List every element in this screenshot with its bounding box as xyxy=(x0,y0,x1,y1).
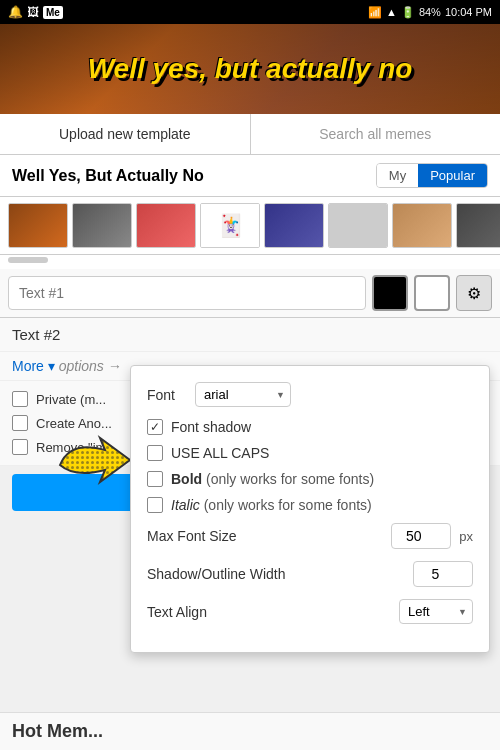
tab-popular[interactable]: Popular xyxy=(418,164,487,187)
footer-section: Hot Mem... xyxy=(0,712,500,750)
thumbnail-3[interactable] xyxy=(136,203,196,248)
shadow-width-input[interactable] xyxy=(413,561,473,587)
color-picker-black[interactable] xyxy=(372,275,408,311)
status-right-icons: 📶 ▲ 🔋 84% 10:04 PM xyxy=(368,6,492,19)
bold-label: Bold (only works for some fonts) xyxy=(171,471,374,487)
all-caps-row: USE ALL CAPS xyxy=(147,445,473,461)
status-left-icons: 🔔 🖼 Me xyxy=(8,5,63,19)
italic-checkbox[interactable] xyxy=(147,497,163,513)
more-options-link[interactable]: More ▾ options → xyxy=(12,358,122,374)
max-font-size-label: Max Font Size xyxy=(147,528,383,544)
checkmark-icon: ✓ xyxy=(150,420,160,434)
bold-row: Bold (only works for some fonts) xyxy=(147,471,473,487)
hero-banner: Well yes, but actually no xyxy=(0,24,500,114)
all-caps-label: USE ALL CAPS xyxy=(171,445,269,461)
font-row: Font arial impact comic sans xyxy=(147,382,473,407)
title-bar: Well Yes, But Actually No My Popular xyxy=(0,155,500,197)
settings-gear-button[interactable]: ⚙ xyxy=(456,275,492,311)
signal-icon: 📶 xyxy=(368,6,382,19)
thumbnail-4[interactable]: 🃏 xyxy=(200,203,260,248)
option-anon-label: Create Ano... xyxy=(36,416,112,431)
italic-row: Italic (only works for some fonts) xyxy=(147,497,473,513)
time-display: 10:04 PM xyxy=(445,6,492,18)
search-memes-button[interactable]: Search all memes xyxy=(251,114,501,154)
arrow-decoration xyxy=(50,430,140,500)
option-remove-checkbox[interactable] xyxy=(12,439,28,455)
hero-text: Well yes, but actually no xyxy=(88,53,413,85)
battery-icon: 🔋 xyxy=(401,6,415,19)
shadow-width-label: Shadow/Outline Width xyxy=(147,566,405,582)
font-select-wrapper: arial impact comic sans xyxy=(195,382,291,407)
color-picker-white[interactable] xyxy=(414,275,450,311)
photo-icon: 🖼 xyxy=(27,5,39,19)
thumbnails-row[interactable]: 🃏 xyxy=(0,197,500,255)
font-select[interactable]: arial impact comic sans xyxy=(195,382,291,407)
thumbnail-6[interactable] xyxy=(328,203,388,248)
shadow-width-row: Shadow/Outline Width xyxy=(147,561,473,587)
max-font-size-unit: px xyxy=(459,529,473,544)
upload-template-button[interactable]: Upload new template xyxy=(0,114,251,154)
battery-percent: 84% xyxy=(419,6,441,18)
font-shadow-label: Font shadow xyxy=(171,419,251,435)
hot-memes-label: Hot Mem... xyxy=(12,721,103,741)
text-align-select[interactable]: Left Center Right xyxy=(399,599,473,624)
font-label: Font xyxy=(147,387,187,403)
thumbnail-7[interactable] xyxy=(392,203,452,248)
font-settings-panel: Font arial impact comic sans ✓ Font shad… xyxy=(130,365,490,653)
thumbnail-2[interactable] xyxy=(72,203,132,248)
text-align-label: Text Align xyxy=(147,604,391,620)
max-font-size-row: Max Font Size px xyxy=(147,523,473,549)
status-bar: 🔔 🖼 Me 📶 ▲ 🔋 84% 10:04 PM xyxy=(0,0,500,24)
toolbar: Upload new template Search all memes xyxy=(0,114,500,155)
thumbnail-5[interactable] xyxy=(264,203,324,248)
text-input-1-row: ⚙ xyxy=(8,275,492,311)
tab-group: My Popular xyxy=(376,163,488,188)
notification-icon: 🔔 xyxy=(8,5,23,19)
thumbnail-8[interactable] xyxy=(456,203,500,248)
tab-my[interactable]: My xyxy=(377,164,418,187)
text-align-row: Text Align Left Center Right xyxy=(147,599,473,624)
option-private-label: Private (m... xyxy=(36,392,106,407)
all-caps-checkbox[interactable] xyxy=(147,445,163,461)
max-font-size-input[interactable] xyxy=(391,523,451,549)
gear-icon: ⚙ xyxy=(467,284,481,303)
text-2-row: Text #2 xyxy=(0,318,500,352)
thumbnail-1[interactable] xyxy=(8,203,68,248)
option-private-checkbox[interactable] xyxy=(12,391,28,407)
meme-title: Well Yes, But Actually No xyxy=(12,167,204,185)
option-anon-checkbox[interactable] xyxy=(12,415,28,431)
font-shadow-checkbox[interactable]: ✓ xyxy=(147,419,163,435)
italic-label: Italic (only works for some fonts) xyxy=(171,497,372,513)
font-shadow-row: ✓ Font shadow xyxy=(147,419,473,435)
scroll-bar-thumb xyxy=(8,257,48,263)
text-2-label: Text #2 xyxy=(12,326,60,343)
scroll-indicator xyxy=(0,255,500,269)
align-select-wrapper: Left Center Right xyxy=(399,599,473,624)
app-icon: Me xyxy=(43,6,63,19)
text-input-1[interactable] xyxy=(8,276,366,310)
text-input-1-container: ⚙ xyxy=(0,269,500,318)
bold-checkbox[interactable] xyxy=(147,471,163,487)
wifi-icon: ▲ xyxy=(386,6,397,18)
